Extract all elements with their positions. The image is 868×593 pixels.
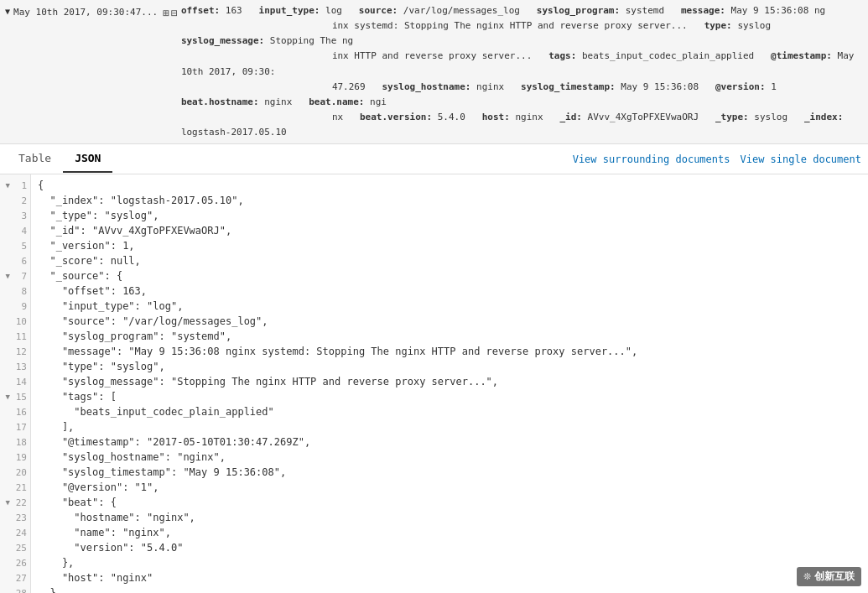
line-number-row: 25 xyxy=(0,540,30,555)
json-line: "_type": "syslog", xyxy=(38,208,861,223)
log-timestamp: May 10th 2017, 09:30:47... xyxy=(13,5,158,20)
json-line: "message": "May 9 15:36:08 nginx systemd… xyxy=(38,344,861,359)
line-number-row: 17 xyxy=(0,419,30,434)
json-line: "version": "5.4.0" xyxy=(38,540,861,555)
line-number-row: 24 xyxy=(0,525,30,540)
line-number: 2 xyxy=(12,195,27,206)
json-line: ], xyxy=(38,419,861,434)
line-number: 12 xyxy=(12,346,27,357)
line-number: 16 xyxy=(12,407,27,418)
line-number-row: 2 xyxy=(0,193,30,208)
line-number: 4 xyxy=(12,226,27,237)
json-line: "_version": 1, xyxy=(38,238,861,253)
view-single-link[interactable]: View single document xyxy=(741,153,862,165)
json-line: }, xyxy=(38,585,861,593)
zoom-out-icon[interactable]: ⊟ xyxy=(171,5,178,23)
expand-arrow-icon[interactable]: ▼ xyxy=(5,5,10,18)
line-number-row: 19 xyxy=(0,450,30,465)
fold-button[interactable]: ▼ xyxy=(3,181,10,190)
line-number: 14 xyxy=(12,377,27,388)
tabs-right: View surrounding documents View single d… xyxy=(573,153,861,165)
header-fields: offset: 163 input_type: log source: /var… xyxy=(181,3,863,140)
json-content: { "_index": "logstash-2017.05.10", "_typ… xyxy=(31,174,868,593)
json-line: "_index": "logstash-2017.05.10", xyxy=(38,193,861,208)
line-number: 6 xyxy=(12,256,27,267)
line-number: 23 xyxy=(12,512,27,523)
json-viewer: ▼1 2 3 4 5 6▼7 8 9 10 11 12 13 14▼15 16 … xyxy=(0,174,868,593)
line-number: 28 xyxy=(12,588,27,593)
line-number-row: 18 xyxy=(0,434,30,450)
line-number-row: 12 xyxy=(0,344,30,359)
line-number: 27 xyxy=(12,573,27,584)
line-number-row: 26 xyxy=(0,555,30,570)
line-number: 19 xyxy=(12,452,27,463)
tabs-left: Table JSON xyxy=(7,145,112,173)
line-number: 15 xyxy=(12,392,27,403)
line-number-row: 20 xyxy=(0,465,30,480)
json-line: "syslog_hostname": "nginx", xyxy=(38,450,861,465)
line-number: 25 xyxy=(12,543,27,554)
line-number-row: 27 xyxy=(0,570,30,585)
json-line: "hostname": "nginx", xyxy=(38,510,861,525)
line-number-row: 8 xyxy=(0,283,30,299)
line-number: 11 xyxy=(12,331,27,342)
line-number: 22 xyxy=(12,497,27,508)
json-line: "source": "/var/log/messages_log", xyxy=(38,314,861,329)
json-line: "syslog_program": "systemd", xyxy=(38,329,861,344)
line-number: 3 xyxy=(12,211,27,221)
tab-table[interactable]: Table xyxy=(7,145,63,173)
line-number-row: ▼7 xyxy=(0,268,30,283)
json-line: "beat": { xyxy=(38,495,861,510)
json-line: "host": "nginx" xyxy=(38,570,861,585)
line-number: 18 xyxy=(12,437,27,448)
line-number: 1 xyxy=(12,180,27,191)
line-number-row: 14 xyxy=(0,374,30,389)
fold-button[interactable]: ▼ xyxy=(3,498,10,507)
watermark: ❊ 创新互联 xyxy=(797,567,861,586)
zoom-controls: ⊞ ⊟ xyxy=(163,5,178,23)
json-line: "_id": "AVvv_4XgToPFXEVwaORJ", xyxy=(38,223,861,238)
header-left: ▼ May 10th 2017, 09:30:47... ⊞ ⊟ xyxy=(5,3,178,23)
line-number: 17 xyxy=(12,422,27,433)
line-numbers: ▼1 2 3 4 5 6▼7 8 9 10 11 12 13 14▼15 16 … xyxy=(0,174,31,593)
line-number-row: 3 xyxy=(0,208,30,223)
json-line: { xyxy=(38,178,861,193)
line-number: 26 xyxy=(12,558,27,569)
json-line: "input_type": "log", xyxy=(38,299,861,314)
json-line: }, xyxy=(38,555,861,570)
watermark-symbol: ❊ xyxy=(803,571,811,582)
line-number: 10 xyxy=(12,316,27,327)
zoom-in-icon[interactable]: ⊞ xyxy=(163,5,169,23)
json-line: "beats_input_codec_plain_applied" xyxy=(38,404,861,419)
tabs-row: Table JSON View surrounding documents Vi… xyxy=(0,144,868,174)
json-line: "@timestamp": "2017-05-10T01:30:47.269Z"… xyxy=(38,434,861,450)
line-number: 9 xyxy=(12,301,27,312)
line-number-row: 4 xyxy=(0,223,30,238)
line-number-row: 11 xyxy=(0,329,30,344)
json-line: "_source": { xyxy=(38,268,861,283)
line-number: 5 xyxy=(12,241,27,252)
json-line: "@version": "1", xyxy=(38,480,861,495)
tab-json[interactable]: JSON xyxy=(63,145,112,173)
fold-button[interactable]: ▼ xyxy=(3,393,10,401)
line-number: 7 xyxy=(12,271,27,282)
line-number: 24 xyxy=(12,528,27,538)
view-surrounding-link[interactable]: View surrounding documents xyxy=(573,153,730,165)
line-number-row: 21 xyxy=(0,480,30,495)
json-line: "type": "syslog", xyxy=(38,359,861,374)
line-number-row: 10 xyxy=(0,314,30,329)
header-bar: ▼ May 10th 2017, 09:30:47... ⊞ ⊟ offset:… xyxy=(0,0,868,144)
line-number-row: 16 xyxy=(0,404,30,419)
json-line: "name": "nginx", xyxy=(38,525,861,540)
line-number-row: ▼22 xyxy=(0,495,30,510)
line-number-row: 9 xyxy=(0,299,30,314)
line-number-row: 6 xyxy=(0,253,30,268)
line-number: 21 xyxy=(12,482,27,493)
line-number-row: 5 xyxy=(0,238,30,253)
json-line: "offset": 163, xyxy=(38,283,861,299)
fold-button[interactable]: ▼ xyxy=(3,272,10,280)
line-number: 20 xyxy=(12,467,27,478)
line-number-row: 28 xyxy=(0,585,30,593)
line-number: 8 xyxy=(12,286,27,297)
watermark-text: 创新互联 xyxy=(814,570,855,584)
